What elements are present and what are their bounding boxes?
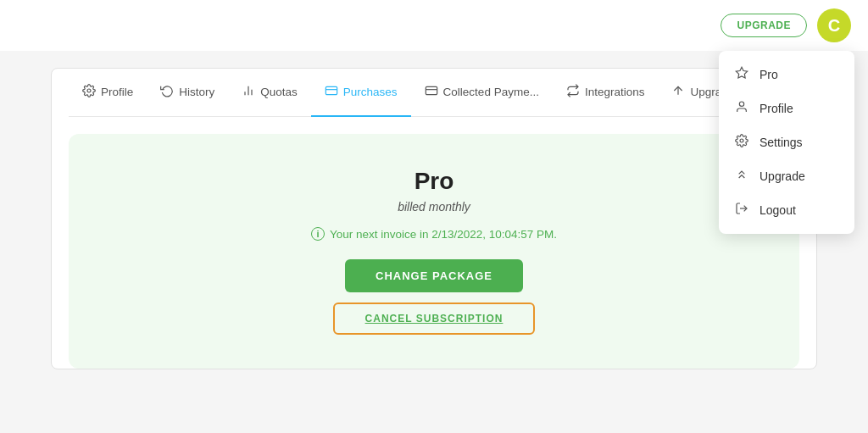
svg-rect-4 xyxy=(326,86,337,94)
invoice-info: i Your next invoice in 2/13/2022, 10:04:… xyxy=(311,227,557,241)
person-icon xyxy=(734,100,749,117)
tab-integrations-label: Integrations xyxy=(585,86,645,98)
avatar[interactable]: C xyxy=(817,8,851,42)
plan-content-box: Pro billed monthly i Your next invoice i… xyxy=(69,134,799,369)
barchart-icon xyxy=(242,84,255,100)
arrows-icon xyxy=(566,84,580,100)
history-icon xyxy=(160,84,174,100)
topbar: UPGRADE C xyxy=(0,0,868,51)
svg-point-10 xyxy=(740,139,743,142)
tab-history[interactable]: History xyxy=(147,69,228,117)
dropdown-upgrade-label: Upgrade xyxy=(760,169,805,183)
dropdown-pro[interactable]: Pro xyxy=(719,58,854,92)
purchase-icon xyxy=(325,84,338,100)
pro-icon xyxy=(734,66,749,83)
dropdown-logout-label: Logout xyxy=(760,203,796,217)
dropdown-logout[interactable]: Logout xyxy=(719,193,854,227)
plan-title: Pro xyxy=(415,168,454,195)
change-package-button[interactable]: CHANGE PACKAGE xyxy=(345,259,523,292)
tab-purchases[interactable]: Purchases xyxy=(311,69,411,117)
dropdown-profile-label: Profile xyxy=(760,102,793,115)
tab-collected-label: Collected Payme... xyxy=(443,86,539,98)
gear-icon xyxy=(82,84,96,100)
tab-purchases-label: Purchases xyxy=(343,86,398,98)
dropdown-upgrade[interactable]: Upgrade xyxy=(719,159,854,193)
tab-nav: Profile History Quotas xyxy=(69,69,799,117)
upgrade-button[interactable]: UPGRADE xyxy=(721,14,807,37)
svg-point-9 xyxy=(739,102,743,106)
svg-point-0 xyxy=(87,89,91,92)
tab-profile-label: Profile xyxy=(101,86,133,98)
arrow-up-icon xyxy=(671,84,685,100)
dropdown-profile[interactable]: Profile xyxy=(719,92,854,125)
tab-quotas-label: Quotas xyxy=(260,86,298,98)
upgrade-icon xyxy=(734,168,749,185)
plan-subtitle: billed monthly xyxy=(398,200,470,214)
settings-icon xyxy=(734,134,749,151)
tab-card: Profile History Quotas xyxy=(51,68,817,369)
card-icon xyxy=(425,84,438,100)
tab-quotas[interactable]: Quotas xyxy=(228,69,311,117)
dropdown-menu: Pro Profile Settings Upgrade Logout xyxy=(719,51,854,234)
logout-icon xyxy=(734,202,749,219)
dropdown-settings-label: Settings xyxy=(760,136,803,149)
tab-collected[interactable]: Collected Payme... xyxy=(411,69,553,117)
cancel-subscription-button[interactable]: CANCEL SUBSCRIPTION xyxy=(333,303,536,335)
info-icon: i xyxy=(311,227,325,241)
dropdown-pro-label: Pro xyxy=(760,68,778,81)
tab-integrations[interactable]: Integrations xyxy=(553,69,659,117)
svg-rect-6 xyxy=(426,86,437,94)
tab-profile[interactable]: Profile xyxy=(69,69,147,117)
tab-history-label: History xyxy=(179,86,214,98)
invoice-text: Your next invoice in 2/13/2022, 10:04:57… xyxy=(330,228,557,241)
dropdown-settings[interactable]: Settings xyxy=(719,125,854,159)
